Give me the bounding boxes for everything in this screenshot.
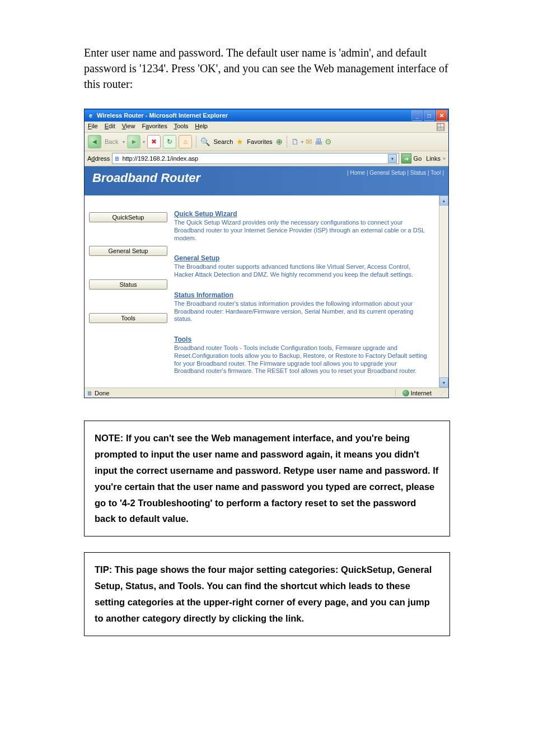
tools-button[interactable]: Tools bbox=[89, 313, 167, 323]
maximize-button[interactable]: □ bbox=[424, 110, 435, 121]
menu-edit[interactable]: Edit bbox=[105, 123, 115, 131]
tools-text: Broadband router Tools - Tools include C… bbox=[174, 344, 428, 375]
back-dropdown-icon[interactable]: ▾ bbox=[123, 139, 125, 144]
scrollbar[interactable]: ▴ ▾ bbox=[439, 195, 448, 388]
scroll-up-icon[interactable]: ▴ bbox=[439, 195, 448, 206]
links-chevron-icon[interactable]: » bbox=[443, 156, 446, 161]
intro-paragraph: Enter user name and password. The defaul… bbox=[84, 45, 450, 92]
forward-button[interactable]: ► bbox=[127, 135, 140, 148]
search-label[interactable]: Search bbox=[212, 138, 234, 145]
forward-dropdown-icon[interactable]: ▾ bbox=[143, 139, 145, 144]
note-box: NOTE: If you can't see the Web managemen… bbox=[84, 421, 450, 536]
address-dropdown-icon[interactable]: ▾ bbox=[388, 154, 397, 163]
general-setup-button[interactable]: General Setup bbox=[89, 246, 167, 256]
home-button[interactable]: ⌂ bbox=[179, 135, 192, 148]
menu-file[interactable]: File bbox=[88, 123, 98, 131]
windows-flag-icon: 🪟 bbox=[436, 123, 445, 131]
status-done: 🗎 Done bbox=[87, 389, 109, 396]
router-sidebar: QuickSetup General Setup Status Tools bbox=[85, 195, 172, 388]
page-content: | Home | General Setup | Status | Tool |… bbox=[85, 166, 448, 398]
router-nav-links[interactable]: | Home | General Setup | Status | Tool | bbox=[347, 170, 444, 176]
general-setup-heading[interactable]: General Setup bbox=[174, 254, 428, 262]
menu-favorites[interactable]: Favorites bbox=[142, 123, 167, 131]
go-button[interactable]: ➔ bbox=[401, 153, 411, 164]
tools-heading[interactable]: Tools bbox=[174, 335, 428, 343]
status-heading[interactable]: Status Information bbox=[174, 291, 428, 299]
toolbar: ◄ Back ▾ ► ▾ ✖ ↻ ⌂ 🔍 Search ★ Favorites … bbox=[85, 133, 448, 151]
address-input[interactable]: 🗎 http://192.168.2.1/index.asp ▾ bbox=[112, 153, 399, 164]
address-bar: Address 🗎 http://192.168.2.1/index.asp ▾… bbox=[85, 151, 448, 166]
tip-box: TIP: This page shows the four major sett… bbox=[84, 552, 450, 636]
window-title: Wireless Router - Microsoft Internet Exp… bbox=[97, 112, 411, 119]
back-label: Back bbox=[105, 138, 118, 145]
section-general-setup: General Setup The Broadband router suppo… bbox=[174, 254, 428, 279]
close-button[interactable]: ✕ bbox=[436, 110, 447, 121]
discuss-icon[interactable]: ⚙ bbox=[325, 137, 332, 146]
history-icon[interactable]: 🗋 bbox=[291, 137, 299, 146]
quicksetup-button[interactable]: QuickSetup bbox=[89, 212, 167, 222]
mail-icon[interactable]: ✉ bbox=[306, 137, 312, 146]
resize-grip-icon[interactable]: ⋰ bbox=[438, 389, 446, 396]
status-button[interactable]: Status bbox=[89, 279, 167, 290]
links-label[interactable]: Links bbox=[426, 155, 441, 162]
section-tools: Tools Broadband router Tools - Tools inc… bbox=[174, 335, 428, 375]
status-zone: Internet bbox=[395, 389, 438, 396]
ie-icon: e bbox=[87, 111, 95, 119]
quick-setup-heading[interactable]: Quick Setup Wizard bbox=[174, 210, 428, 218]
internet-zone-icon bbox=[402, 390, 409, 396]
address-label: Address bbox=[87, 155, 110, 162]
menu-tools[interactable]: Tools bbox=[174, 123, 189, 131]
go-label[interactable]: Go bbox=[414, 155, 422, 162]
section-status: Status Information The Broadband router'… bbox=[174, 291, 428, 323]
minimize-button[interactable]: _ bbox=[411, 110, 423, 121]
favorites-icon[interactable]: ★ bbox=[236, 137, 243, 146]
browser-window: e Wireless Router - Microsoft Internet E… bbox=[84, 109, 449, 398]
quick-setup-text: The Quick Setup Wizard provides only the… bbox=[174, 219, 428, 242]
menu-view[interactable]: View bbox=[122, 123, 135, 131]
search-icon[interactable]: 🔍 bbox=[200, 137, 210, 146]
scroll-track[interactable] bbox=[439, 206, 448, 377]
address-url: http://192.168.2.1/index.asp bbox=[122, 155, 198, 162]
refresh-button[interactable]: ↻ bbox=[163, 135, 176, 148]
window-titlebar: e Wireless Router - Microsoft Internet E… bbox=[85, 109, 448, 122]
media-icon[interactable]: ⊕ bbox=[276, 137, 283, 146]
router-header: | Home | General Setup | Status | Tool |… bbox=[85, 166, 448, 195]
print-icon[interactable]: 🖶 bbox=[315, 137, 322, 146]
menu-help[interactable]: Help bbox=[195, 123, 208, 131]
page-icon: 🗎 bbox=[114, 155, 120, 162]
status-bar: 🗎 Done Internet ⋰ bbox=[85, 388, 448, 398]
status-text: The Broadband router's status informatio… bbox=[174, 300, 428, 323]
general-setup-text: The Broadband router supports advanced f… bbox=[174, 263, 428, 279]
router-main: Quick Setup Wizard The Quick Setup Wizar… bbox=[172, 195, 439, 388]
scroll-down-icon[interactable]: ▾ bbox=[439, 377, 448, 388]
favorites-label[interactable]: Favorites bbox=[246, 138, 273, 145]
stop-button[interactable]: ✖ bbox=[147, 135, 161, 148]
back-button[interactable]: ◄ bbox=[88, 135, 101, 148]
menu-bar: File Edit View Favorites Tools Help 🪟 bbox=[85, 122, 448, 133]
done-page-icon: 🗎 bbox=[87, 390, 93, 396]
section-quick-setup: Quick Setup Wizard The Quick Setup Wizar… bbox=[174, 210, 428, 242]
